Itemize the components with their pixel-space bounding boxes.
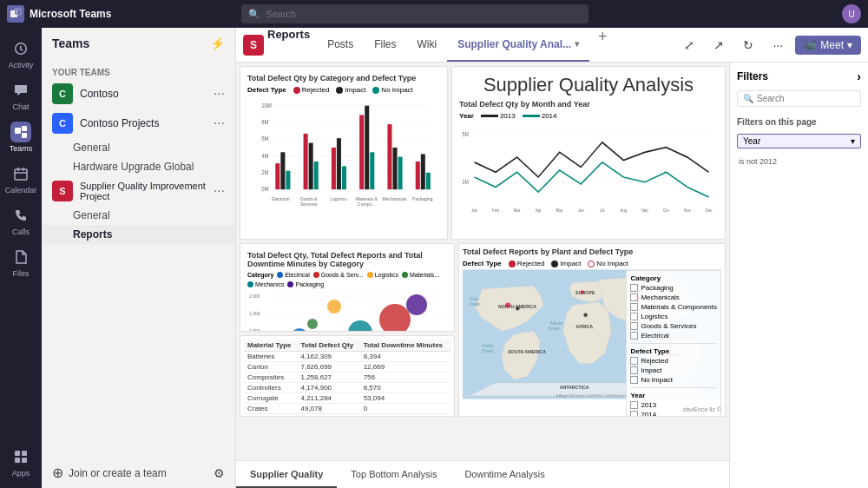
svg-rect-26 xyxy=(304,134,308,189)
channel-icon: S xyxy=(243,35,264,56)
bottom-tab-top-bottom[interactable]: Top Bottom Analysis xyxy=(337,461,450,488)
channel-general-2[interactable]: General xyxy=(42,206,235,225)
teams-nav-icon xyxy=(10,122,31,142)
tab-supplier-quality[interactable]: Supplier Quality Anal... ▾ xyxy=(447,28,589,62)
tab-wiki[interactable]: Wiki xyxy=(406,28,447,62)
bubble-logistics: Logistics xyxy=(367,272,398,278)
tab-files[interactable]: Files xyxy=(364,28,406,62)
contoso-projects-more-icon[interactable]: ··· xyxy=(214,115,225,131)
dt-rejected: Rejected xyxy=(630,357,717,365)
rail-item-activity[interactable]: Activity xyxy=(3,35,38,73)
line-chart-title: Total Defect Qty by Month and Year xyxy=(459,100,718,109)
map-defect-type-label: Defect Type xyxy=(463,260,502,267)
cat-goods: Goods & Services xyxy=(630,322,717,330)
rail-item-calls[interactable]: Calls xyxy=(3,201,38,240)
map-noimpact: No Impact xyxy=(588,260,628,267)
filter-expand-icon[interactable]: › xyxy=(857,69,861,83)
bubble-packaging: Packaging xyxy=(287,281,324,287)
rail-item-apps[interactable]: Apps xyxy=(3,443,38,481)
svg-text:Electrical: Electrical xyxy=(272,196,289,201)
teams-icon: T xyxy=(7,5,24,23)
svg-point-101 xyxy=(516,307,519,310)
svg-text:5M: 5M xyxy=(463,130,469,137)
svg-text:1,000: 1,000 xyxy=(249,328,260,332)
sidebar: Teams ⚡ Your teams C Contoso ··· C Conto… xyxy=(42,28,236,488)
add-tab-icon[interactable]: + xyxy=(593,28,613,62)
rail-item-files[interactable]: Files xyxy=(3,243,38,281)
cat-logistics: Logistics xyxy=(630,313,717,320)
svg-text:2M: 2M xyxy=(261,169,268,175)
cat-packaging: Packaging xyxy=(630,284,717,292)
divider2 xyxy=(630,387,717,388)
bubble-chart-title: Total Defect Qty, Total Defect Reports a… xyxy=(247,251,447,268)
svg-text:0M: 0M xyxy=(261,186,268,192)
legend-noimpact: No Impact xyxy=(372,86,412,94)
svg-point-81 xyxy=(291,328,308,332)
join-create-team[interactable]: ⊕ Join or create a team ⚙ xyxy=(42,458,235,488)
team-contoso-projects[interactable]: C Contoso Projects ··· xyxy=(42,109,235,138)
svg-rect-8 xyxy=(22,451,27,456)
team-supplier[interactable]: S Supplier Quality Improvement Project ·… xyxy=(42,176,235,206)
filter-search-input[interactable] xyxy=(757,94,855,103)
svg-point-100 xyxy=(505,302,510,307)
filter-search-box[interactable]: 🔍 xyxy=(737,90,861,107)
sidebar-title: Teams xyxy=(52,36,89,50)
contoso-more-icon[interactable]: ··· xyxy=(214,86,225,102)
meet-button[interactable]: 📹 Meet ▾ xyxy=(795,36,861,55)
legend-rejected: Rejected xyxy=(293,86,330,94)
channel-reports[interactable]: Reports xyxy=(42,225,235,244)
svg-rect-31 xyxy=(342,166,346,189)
titlebar-right: U xyxy=(842,4,861,23)
svg-text:Pacific: Pacific xyxy=(482,344,494,348)
settings-icon[interactable]: ⚙ xyxy=(214,466,225,480)
bottom-tab-supplier[interactable]: Supplier Quality xyxy=(236,461,337,488)
contoso-avatar: C xyxy=(52,83,73,104)
svg-rect-36 xyxy=(393,148,398,189)
line-chart-box: Supplier Quality Analysis Total Defect Q… xyxy=(451,66,726,240)
tab-posts[interactable]: Posts xyxy=(317,28,364,62)
cat-materials: Materials & Components xyxy=(630,303,717,311)
svg-text:Jan: Jan xyxy=(471,207,477,213)
meet-dropdown-icon: ▾ xyxy=(847,39,852,51)
teams-label: Teams xyxy=(10,144,33,153)
app-logo: T Microsoft Teams xyxy=(7,5,111,23)
map-rejected: Rejected xyxy=(509,260,545,267)
team-contoso[interactable]: C Contoso ··· xyxy=(42,79,235,109)
svg-rect-27 xyxy=(309,143,313,190)
rail-item-calendar[interactable]: Calendar xyxy=(3,160,38,198)
svg-text:Jul: Jul xyxy=(600,207,605,213)
svg-text:8M: 8M xyxy=(261,119,268,125)
rail-item-teams[interactable]: Teams xyxy=(3,118,38,156)
year-label: Year xyxy=(459,112,474,120)
avatar[interactable]: U xyxy=(842,4,861,23)
dt-impact: Impact xyxy=(630,366,717,374)
svg-text:Ocean: Ocean xyxy=(548,326,560,331)
expand-icon[interactable]: ⤢ xyxy=(677,33,701,57)
app-name-label: Microsoft Teams xyxy=(30,8,111,20)
popout-icon[interactable]: ↗ xyxy=(707,33,731,57)
global-search[interactable]: 🔍 xyxy=(241,4,589,23)
year-filter-chip[interactable]: Year ▾ xyxy=(737,134,861,148)
refresh-icon[interactable]: ↻ xyxy=(736,33,760,57)
svg-rect-40 xyxy=(426,173,431,189)
svg-text:Oct: Oct xyxy=(663,207,669,213)
col-total-defect: Total Defect Qty xyxy=(297,340,359,352)
svg-rect-7 xyxy=(15,451,20,456)
year-filter-label: Year xyxy=(743,136,760,146)
supplier-more-icon[interactable]: ··· xyxy=(214,183,225,199)
bottom-tab-downtime[interactable]: Downtime Analysis xyxy=(450,461,558,488)
channel-general-1[interactable]: General xyxy=(42,138,235,157)
table-scroll[interactable]: Material Type Total Defect Qty Total Dow… xyxy=(244,340,450,417)
year-filter-caret[interactable]: ▾ xyxy=(851,136,855,146)
channel-hardware-upgrade[interactable]: Hardware Upgrade Global xyxy=(42,157,235,176)
table-row: Composites1,258,627756 xyxy=(244,373,450,383)
svg-text:Apr: Apr xyxy=(536,207,542,213)
more-options-icon[interactable]: ··· xyxy=(766,33,790,57)
sidebar-filter-icon[interactable]: ⚡ xyxy=(210,36,225,50)
sidebar-header: Teams ⚡ xyxy=(42,28,235,59)
rail-item-chat[interactable]: Chat xyxy=(3,76,38,115)
map-right-legend: Category Packaging Mechanicals Materials… xyxy=(626,270,721,417)
search-input[interactable] xyxy=(266,9,582,19)
tab-dropdown-icon[interactable]: ▾ xyxy=(575,39,579,49)
svg-text:6M: 6M xyxy=(261,135,268,142)
